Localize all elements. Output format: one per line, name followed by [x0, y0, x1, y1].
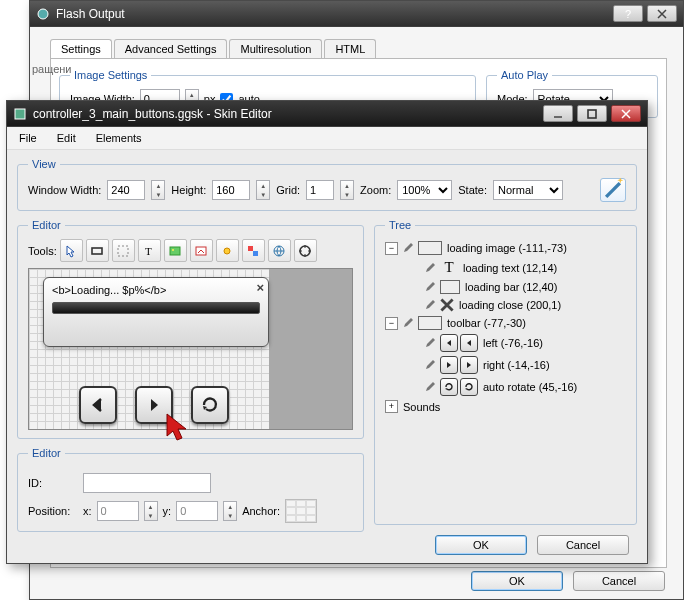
anchor-picker[interactable] [285, 499, 317, 523]
menu-edit[interactable]: Edit [53, 130, 80, 146]
y-spinner[interactable]: ▲▼ [223, 501, 237, 521]
tree-legend: Tree [385, 219, 415, 231]
rotate-icon [440, 378, 458, 396]
tree-group: Tree − loading image (-111,-73) T loadin… [374, 219, 637, 525]
rotate-icon [460, 378, 478, 396]
loading-text: <b>Loading... $p%</b> [52, 284, 260, 296]
tool-node[interactable] [216, 239, 239, 262]
arrow-right-icon [440, 356, 458, 374]
zoom-select[interactable]: 100% [397, 180, 452, 200]
tool-image[interactable] [164, 239, 187, 262]
magic-wand-button[interactable] [600, 178, 626, 202]
grid-label: Grid: [276, 184, 300, 196]
tool-color[interactable] [242, 239, 265, 262]
y-label: y: [163, 505, 172, 517]
id-input [83, 473, 211, 493]
x-label: x: [83, 505, 92, 517]
tab-advanced-settings[interactable]: Advanced Settings [114, 39, 228, 58]
tree-label: loading bar (12,40) [465, 281, 557, 293]
ok-button[interactable]: OK [435, 535, 527, 555]
nav-autorotate-button[interactable] [191, 386, 229, 424]
svg-point-0 [38, 9, 48, 19]
tool-link[interactable] [268, 239, 291, 262]
svg-rect-2 [588, 110, 596, 118]
tree-label: auto rotate (45,-16) [483, 381, 577, 393]
height-input[interactable] [212, 180, 250, 200]
minimize-button[interactable] [543, 105, 573, 122]
tree-node-loading-text[interactable]: T loading text (12,14) [385, 257, 626, 278]
tool-text[interactable]: T [138, 239, 161, 262]
svg-point-9 [224, 248, 230, 254]
nav-left-button[interactable] [79, 386, 117, 424]
grid-input[interactable] [306, 180, 334, 200]
tree-node-right[interactable]: right (-14,-16) [385, 354, 626, 376]
height-spinner[interactable]: ▲▼ [256, 180, 270, 200]
editor-canvas[interactable]: × <b>Loading... $p%</b> [28, 268, 353, 430]
menu-bar: File Edit Elements [7, 127, 647, 150]
view-group: View Window Width: ▲▼ Height: ▲▼ Grid: ▲… [17, 158, 637, 211]
collapse-icon[interactable]: − [385, 317, 398, 330]
state-select[interactable]: Normal [493, 180, 563, 200]
ok-button[interactable]: OK [471, 571, 563, 591]
help-button[interactable]: ? [613, 5, 643, 22]
tree-node-sounds[interactable]: + Sounds [385, 398, 626, 415]
pencil-icon [425, 382, 435, 392]
id-label: ID: [28, 477, 78, 489]
flash-output-titlebar[interactable]: Flash Output ? [30, 1, 683, 27]
expand-icon[interactable]: + [385, 400, 398, 413]
view-legend: View [28, 158, 60, 170]
tool-target[interactable] [294, 239, 317, 262]
position-label: Position: [28, 505, 78, 517]
tab-strip: Settings Advanced Settings Multiresoluti… [50, 39, 677, 58]
menu-elements[interactable]: Elements [92, 130, 146, 146]
pencil-icon [425, 300, 435, 310]
svg-rect-1 [15, 109, 25, 119]
tree-node-loading-bar[interactable]: loading bar (12,40) [385, 278, 626, 296]
flash-output-title: Flash Output [56, 7, 125, 21]
close-icon[interactable]: × [256, 280, 264, 295]
pencil-icon [403, 318, 413, 328]
tools-label: Tools: [28, 245, 57, 257]
menu-file[interactable]: File [15, 130, 41, 146]
skin-editor-window: controller_3_main_buttons.ggsk - Skin Ed… [6, 100, 648, 564]
x-input [97, 501, 139, 521]
tool-container[interactable] [112, 239, 135, 262]
editor-legend: Editor [28, 219, 65, 231]
tree-node-left[interactable]: left (-76,-16) [385, 332, 626, 354]
x-spinner[interactable]: ▲▼ [144, 501, 158, 521]
tree-node-loading-close[interactable]: loading close (200,1) [385, 296, 626, 314]
y-input [176, 501, 218, 521]
tab-settings[interactable]: Settings [50, 39, 112, 58]
tab-html[interactable]: HTML [324, 39, 376, 58]
editor-props-legend: Editor [28, 447, 65, 459]
svg-rect-11 [253, 251, 258, 256]
loading-box[interactable]: × <b>Loading... $p%</b> [43, 277, 269, 347]
height-label: Height: [171, 184, 206, 196]
cancel-button[interactable]: Cancel [573, 571, 665, 591]
tree-node-toolbar[interactable]: − toolbar (-77,-30) [385, 314, 626, 332]
tree-label: toolbar (-77,-30) [447, 317, 526, 329]
skin-editor-titlebar[interactable]: controller_3_main_buttons.ggsk - Skin Ed… [7, 101, 647, 127]
svg-point-7 [172, 249, 174, 251]
app-icon [36, 7, 50, 21]
cancel-button[interactable]: Cancel [537, 535, 629, 555]
tool-rectangle[interactable] [86, 239, 109, 262]
skin-editor-title: controller_3_main_buttons.ggsk - Skin Ed… [33, 107, 272, 121]
tab-multiresolution[interactable]: Multiresolution [229, 39, 322, 58]
thumb-icon [418, 316, 442, 330]
grid-spinner[interactable]: ▲▼ [340, 180, 354, 200]
window-width-input[interactable] [107, 180, 145, 200]
zoom-label: Zoom: [360, 184, 391, 196]
tool-hotspot[interactable] [190, 239, 213, 262]
editor-group: Editor Tools: T [17, 219, 364, 439]
maximize-button[interactable] [577, 105, 607, 122]
close-button[interactable] [611, 105, 641, 122]
arrow-right-icon [460, 356, 478, 374]
tree-node-loading-image[interactable]: − loading image (-111,-73) [385, 239, 626, 257]
collapse-icon[interactable]: − [385, 242, 398, 255]
tool-pointer[interactable] [60, 239, 83, 262]
close-button[interactable] [647, 5, 677, 22]
window-width-spinner[interactable]: ▲▼ [151, 180, 165, 200]
loading-bar [52, 302, 260, 314]
tree-node-autorotate[interactable]: auto rotate (45,-16) [385, 376, 626, 398]
